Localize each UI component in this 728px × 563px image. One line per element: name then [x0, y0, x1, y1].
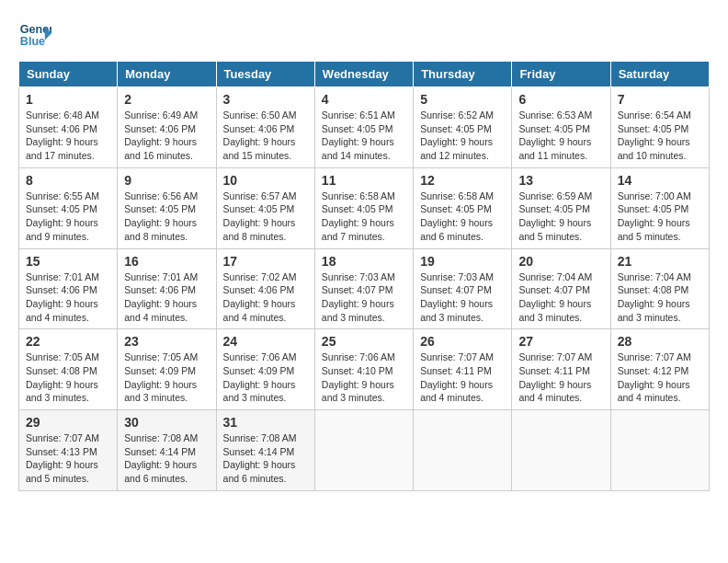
- day-number: 20: [518, 254, 603, 269]
- calendar-week-row: 29 Sunrise: 7:07 AM Sunset: 4:13 PM Dayl…: [19, 410, 710, 491]
- day-number: 18: [322, 254, 406, 269]
- day-info: Sunrise: 7:08 AM Sunset: 4:14 PM Dayligh…: [223, 431, 308, 486]
- day-number: 31: [223, 415, 308, 430]
- day-number: 11: [322, 173, 406, 188]
- day-number: 5: [420, 92, 505, 107]
- day-info: Sunrise: 6:58 AM Sunset: 4:05 PM Dayligh…: [322, 190, 406, 244]
- calendar-cell: 20 Sunrise: 7:04 AM Sunset: 4:07 PM Dayl…: [512, 248, 610, 329]
- day-info: Sunrise: 7:05 AM Sunset: 4:08 PM Dayligh…: [26, 350, 110, 405]
- calendar-cell: 26 Sunrise: 7:07 AM Sunset: 4:11 PM Dayl…: [414, 329, 512, 410]
- day-info: Sunrise: 7:06 AM Sunset: 4:09 PM Dayligh…: [223, 350, 308, 405]
- calendar-cell: 5 Sunrise: 6:52 AM Sunset: 4:05 PM Dayli…: [414, 87, 512, 168]
- calendar-week-row: 1 Sunrise: 6:48 AM Sunset: 4:06 PM Dayli…: [19, 87, 710, 168]
- day-info: Sunrise: 7:08 AM Sunset: 4:14 PM Dayligh…: [124, 431, 209, 486]
- day-info: Sunrise: 7:05 AM Sunset: 4:09 PM Dayligh…: [124, 350, 209, 405]
- day-number: 7: [618, 92, 702, 107]
- day-info: Sunrise: 7:03 AM Sunset: 4:07 PM Dayligh…: [420, 270, 505, 325]
- calendar-cell: 22 Sunrise: 7:05 AM Sunset: 4:08 PM Dayl…: [19, 329, 118, 410]
- calendar-cell: 24 Sunrise: 7:06 AM Sunset: 4:09 PM Dayl…: [216, 329, 314, 410]
- calendar-cell: 2 Sunrise: 6:49 AM Sunset: 4:06 PM Dayli…: [118, 87, 216, 168]
- day-number: 17: [223, 254, 308, 269]
- day-info: Sunrise: 7:02 AM Sunset: 4:06 PM Dayligh…: [223, 270, 308, 325]
- calendar-week-row: 22 Sunrise: 7:05 AM Sunset: 4:08 PM Dayl…: [19, 329, 710, 410]
- calendar-cell: 23 Sunrise: 7:05 AM Sunset: 4:09 PM Dayl…: [118, 329, 216, 410]
- day-info: Sunrise: 6:51 AM Sunset: 4:05 PM Dayligh…: [322, 109, 406, 163]
- day-number: 26: [420, 334, 505, 349]
- day-number: 15: [26, 254, 110, 269]
- day-number: 24: [223, 334, 308, 349]
- day-info: Sunrise: 7:07 AM Sunset: 4:11 PM Dayligh…: [518, 350, 603, 405]
- day-number: 4: [322, 92, 406, 107]
- day-number: 10: [223, 173, 308, 188]
- day-info: Sunrise: 7:07 AM Sunset: 4:13 PM Dayligh…: [26, 431, 110, 486]
- weekday-header: Thursday: [414, 62, 512, 87]
- day-number: 1: [26, 92, 110, 107]
- day-number: 9: [124, 173, 209, 188]
- day-info: Sunrise: 6:59 AM Sunset: 4:05 PM Dayligh…: [518, 190, 603, 244]
- calendar-week-row: 8 Sunrise: 6:55 AM Sunset: 4:05 PM Dayli…: [19, 167, 710, 248]
- day-info: Sunrise: 6:54 AM Sunset: 4:05 PM Dayligh…: [618, 109, 702, 163]
- calendar-week-row: 15 Sunrise: 7:01 AM Sunset: 4:06 PM Dayl…: [19, 248, 710, 329]
- day-info: Sunrise: 6:52 AM Sunset: 4:05 PM Dayligh…: [420, 109, 505, 163]
- day-number: 30: [124, 415, 209, 430]
- day-number: 29: [26, 415, 110, 430]
- day-info: Sunrise: 7:06 AM Sunset: 4:10 PM Dayligh…: [322, 350, 406, 405]
- calendar-cell: 31 Sunrise: 7:08 AM Sunset: 4:14 PM Dayl…: [216, 410, 314, 491]
- page-header: General Blue: [18, 18, 710, 52]
- day-number: 8: [26, 173, 110, 188]
- calendar-cell: 4 Sunrise: 6:51 AM Sunset: 4:05 PM Dayli…: [314, 87, 413, 168]
- day-number: 27: [518, 334, 603, 349]
- day-info: Sunrise: 6:57 AM Sunset: 4:05 PM Dayligh…: [223, 190, 308, 244]
- day-info: Sunrise: 6:50 AM Sunset: 4:06 PM Dayligh…: [223, 109, 308, 163]
- calendar-cell: [512, 410, 610, 491]
- weekday-header: Wednesday: [314, 62, 413, 87]
- day-number: 28: [618, 334, 702, 349]
- day-info: Sunrise: 7:04 AM Sunset: 4:07 PM Dayligh…: [518, 270, 603, 325]
- weekday-header: Monday: [118, 62, 216, 87]
- day-info: Sunrise: 7:00 AM Sunset: 4:05 PM Dayligh…: [618, 190, 702, 244]
- calendar-table: SundayMondayTuesdayWednesdayThursdayFrid…: [18, 61, 710, 491]
- day-info: Sunrise: 7:01 AM Sunset: 4:06 PM Dayligh…: [124, 270, 209, 325]
- calendar-cell: 19 Sunrise: 7:03 AM Sunset: 4:07 PM Dayl…: [414, 248, 512, 329]
- calendar-cell: 27 Sunrise: 7:07 AM Sunset: 4:11 PM Dayl…: [512, 329, 610, 410]
- day-info: Sunrise: 6:55 AM Sunset: 4:05 PM Dayligh…: [26, 190, 110, 244]
- calendar-cell: 1 Sunrise: 6:48 AM Sunset: 4:06 PM Dayli…: [19, 87, 118, 168]
- calendar-cell: 6 Sunrise: 6:53 AM Sunset: 4:05 PM Dayli…: [512, 87, 610, 168]
- calendar-cell: 25 Sunrise: 7:06 AM Sunset: 4:10 PM Dayl…: [314, 329, 413, 410]
- calendar-cell: 12 Sunrise: 6:58 AM Sunset: 4:05 PM Dayl…: [414, 167, 512, 248]
- day-info: Sunrise: 7:03 AM Sunset: 4:07 PM Dayligh…: [322, 270, 406, 325]
- weekday-header: Tuesday: [216, 62, 314, 87]
- calendar-cell: 13 Sunrise: 6:59 AM Sunset: 4:05 PM Dayl…: [512, 167, 610, 248]
- calendar-cell: [610, 410, 709, 491]
- calendar-cell: 10 Sunrise: 6:57 AM Sunset: 4:05 PM Dayl…: [216, 167, 314, 248]
- day-number: 21: [618, 254, 702, 269]
- day-number: 6: [518, 92, 603, 107]
- day-info: Sunrise: 7:07 AM Sunset: 4:12 PM Dayligh…: [618, 350, 702, 405]
- day-info: Sunrise: 6:53 AM Sunset: 4:05 PM Dayligh…: [518, 109, 603, 163]
- day-info: Sunrise: 6:48 AM Sunset: 4:06 PM Dayligh…: [26, 109, 110, 163]
- calendar-cell: 18 Sunrise: 7:03 AM Sunset: 4:07 PM Dayl…: [314, 248, 413, 329]
- calendar-cell: [314, 410, 413, 491]
- calendar-cell: 8 Sunrise: 6:55 AM Sunset: 4:05 PM Dayli…: [19, 167, 118, 248]
- day-number: 22: [26, 334, 110, 349]
- day-number: 25: [322, 334, 406, 349]
- day-number: 19: [420, 254, 505, 269]
- weekday-header: Friday: [512, 62, 610, 87]
- calendar-cell: 30 Sunrise: 7:08 AM Sunset: 4:14 PM Dayl…: [118, 410, 216, 491]
- weekday-header-row: SundayMondayTuesdayWednesdayThursdayFrid…: [19, 62, 710, 87]
- day-info: Sunrise: 6:49 AM Sunset: 4:06 PM Dayligh…: [124, 109, 209, 163]
- calendar-cell: 29 Sunrise: 7:07 AM Sunset: 4:13 PM Dayl…: [19, 410, 118, 491]
- day-number: 12: [420, 173, 505, 188]
- day-info: Sunrise: 7:07 AM Sunset: 4:11 PM Dayligh…: [420, 350, 505, 405]
- calendar-cell: 28 Sunrise: 7:07 AM Sunset: 4:12 PM Dayl…: [610, 329, 709, 410]
- calendar-cell: 17 Sunrise: 7:02 AM Sunset: 4:06 PM Dayl…: [216, 248, 314, 329]
- calendar-cell: 21 Sunrise: 7:04 AM Sunset: 4:08 PM Dayl…: [610, 248, 709, 329]
- calendar-cell: [414, 410, 512, 491]
- calendar-cell: 15 Sunrise: 7:01 AM Sunset: 4:06 PM Dayl…: [19, 248, 118, 329]
- day-number: 13: [518, 173, 603, 188]
- weekday-header: Saturday: [610, 62, 709, 87]
- calendar-cell: 16 Sunrise: 7:01 AM Sunset: 4:06 PM Dayl…: [118, 248, 216, 329]
- svg-text:Blue: Blue: [20, 35, 45, 48]
- calendar-cell: 3 Sunrise: 6:50 AM Sunset: 4:06 PM Dayli…: [216, 87, 314, 168]
- calendar-cell: 11 Sunrise: 6:58 AM Sunset: 4:05 PM Dayl…: [314, 167, 413, 248]
